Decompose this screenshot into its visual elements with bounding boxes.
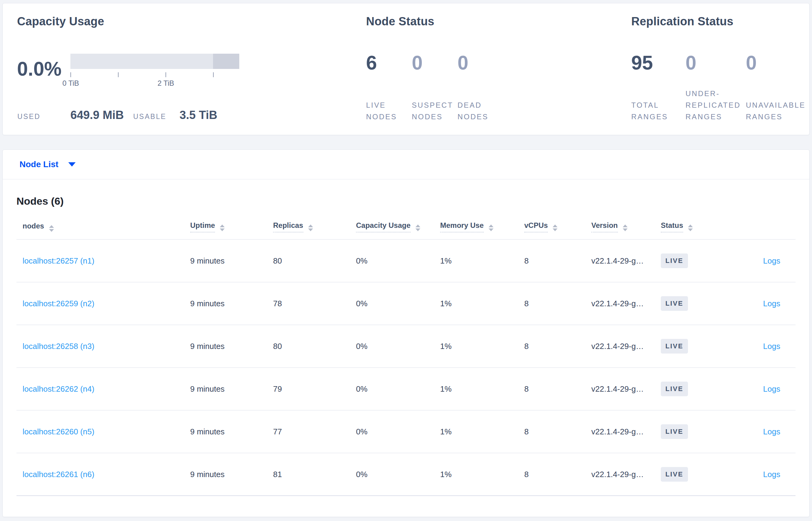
dead-nodes-label: DEAD NODES — [457, 101, 488, 121]
status-badge: LIVE — [661, 339, 688, 354]
node-link[interactable]: localhost:26261 (n6) — [23, 470, 95, 479]
capacity-bar-track — [70, 54, 239, 69]
sort-icon[interactable] — [553, 225, 557, 231]
version-cell: v22.1.4-29-g… — [585, 325, 655, 367]
uptime-cell: 9 minutes — [184, 453, 267, 496]
uptime-cell: 9 minutes — [184, 410, 267, 453]
version-cell: v22.1.4-29-g… — [585, 240, 655, 282]
table-row: localhost:26259 (n2) 9 minutes 78 0% 1% … — [17, 282, 795, 325]
uptime-cell: 9 minutes — [184, 367, 267, 410]
node-link[interactable]: localhost:26259 (n2) — [23, 299, 95, 308]
total-ranges-label: TOTAL RANGES — [631, 101, 668, 121]
capacity-cell: 0% — [350, 282, 434, 325]
node-list-dropdown-label: Node List — [20, 160, 58, 169]
total-ranges-count: 95 — [631, 52, 686, 73]
column-header-vcpus[interactable]: vCPUs — [518, 221, 585, 240]
replicas-cell: 80 — [267, 325, 350, 367]
cluster-overview-page: Capacity Usage 0.0% 0 TiB 2 TiB USED 6 — [0, 3, 812, 517]
nodes-table-section: Nodes (6) nodes Uptime Replicas Capacity… — [3, 195, 809, 496]
under-replicated-ranges-label: UNDER-REPLICATED RANGES — [686, 89, 741, 121]
view-selector-bar: Node List — [3, 150, 809, 179]
logs-link[interactable]: Logs — [763, 470, 780, 479]
status-badge: LIVE — [661, 467, 688, 482]
status-badge: LIVE — [661, 382, 688, 396]
column-header-uptime[interactable]: Uptime — [184, 221, 267, 240]
vcpus-cell: 8 — [518, 367, 585, 410]
version-cell: v22.1.4-29-g… — [585, 453, 655, 496]
unavailable-ranges-count: 0 — [746, 52, 812, 73]
replication-labels: TOTAL RANGES UNDER-REPLICATED RANGES UNA… — [631, 99, 812, 122]
capacity-usage-title: Capacity Usage — [17, 15, 322, 28]
logs-link[interactable]: Logs — [763, 342, 780, 351]
cluster-summary-card: Capacity Usage 0.0% 0 TiB 2 TiB USED 6 — [2, 3, 810, 135]
sort-icon[interactable] — [623, 225, 628, 231]
suspect-nodes-count: 0 — [412, 52, 457, 73]
replicas-cell: 81 — [267, 453, 350, 496]
column-header-status[interactable]: Status — [655, 221, 746, 240]
suspect-nodes-label: SUSPECT NODES — [412, 101, 453, 121]
logs-link[interactable]: Logs — [763, 299, 780, 308]
column-header-replicas[interactable]: Replicas — [267, 221, 350, 240]
capacity-cell: 0% — [350, 240, 434, 282]
memory-cell: 1% — [434, 367, 518, 410]
table-row: localhost:26257 (n1) 9 minutes 80 0% 1% … — [17, 240, 795, 282]
node-link[interactable]: localhost:26262 (n4) — [23, 384, 95, 393]
column-header-capacity-usage[interactable]: Capacity Usage — [350, 221, 434, 240]
node-link[interactable]: localhost:26257 (n1) — [23, 256, 95, 265]
used-label: USED — [17, 113, 70, 121]
axis-tick — [70, 72, 71, 77]
status-badge: LIVE — [661, 424, 688, 439]
node-status-title: Node Status — [366, 15, 549, 28]
memory-cell: 1% — [434, 240, 518, 282]
axis-tick — [166, 72, 166, 77]
dead-nodes-count: 0 — [457, 52, 503, 73]
uptime-cell: 9 minutes — [184, 282, 267, 325]
replicas-cell: 78 — [267, 282, 350, 325]
usable-label: USABLE — [133, 113, 180, 121]
sort-icon[interactable] — [688, 225, 693, 231]
axis-tick-label: 0 TiB — [63, 79, 79, 88]
replicas-cell: 79 — [267, 367, 350, 410]
capacity-used-percent: 0.0% — [17, 58, 70, 80]
status-badge: LIVE — [661, 296, 688, 311]
logs-link[interactable]: Logs — [763, 427, 780, 436]
column-header-version[interactable]: Version — [585, 221, 655, 240]
column-header-logs — [746, 221, 795, 240]
uptime-cell: 9 minutes — [184, 240, 267, 282]
vcpus-cell: 8 — [518, 240, 585, 282]
node-list-dropdown[interactable]: Node List — [20, 160, 76, 169]
capacity-used-summary: USED 649.9 MiB USABLE 3.5 TiB — [17, 109, 217, 122]
sort-icon[interactable] — [308, 225, 313, 231]
capacity-cell: 0% — [350, 410, 434, 453]
logs-link[interactable]: Logs — [763, 256, 780, 265]
logs-link[interactable]: Logs — [763, 384, 780, 393]
version-cell: v22.1.4-29-g… — [585, 410, 655, 453]
node-link[interactable]: localhost:26258 (n3) — [23, 342, 95, 351]
table-header-row: nodes Uptime Replicas Capacity Usage Mem… — [17, 221, 795, 240]
nodes-panel-title: Nodes (6) — [17, 195, 795, 207]
node-status-values: 6 0 0 — [366, 52, 503, 73]
sort-icon[interactable] — [49, 225, 54, 232]
unavailable-ranges-label: UNAVAILABLE RANGES — [746, 101, 806, 121]
node-status-section: Node Status 6 0 0 LIVE NODES SUSPECT NOD… — [366, 15, 549, 28]
vcpus-cell: 8 — [518, 410, 585, 453]
capacity-cell: 0% — [350, 367, 434, 410]
replicas-cell: 80 — [267, 240, 350, 282]
column-header-memory-use[interactable]: Memory Use — [434, 221, 518, 240]
column-header-nodes[interactable]: nodes — [17, 221, 184, 240]
usable-value: 3.5 TiB — [180, 109, 217, 122]
capacity-usage-chart: 0.0% 0 TiB 2 TiB — [17, 52, 239, 86]
memory-cell: 1% — [434, 453, 518, 496]
sort-icon[interactable] — [220, 225, 225, 231]
sort-icon[interactable] — [415, 225, 420, 231]
replication-status-title: Replication Status — [631, 15, 812, 28]
node-link[interactable]: localhost:26260 (n5) — [23, 427, 95, 436]
sort-icon[interactable] — [488, 225, 494, 231]
capacity-bar-extra-segment — [213, 54, 239, 69]
memory-cell: 1% — [434, 325, 518, 367]
under-replicated-ranges-count: 0 — [686, 52, 746, 73]
replication-values: 95 0 0 — [631, 52, 812, 73]
vcpus-cell: 8 — [518, 453, 585, 496]
capacity-cell: 0% — [350, 325, 434, 367]
used-value: 649.9 MiB — [70, 109, 133, 122]
